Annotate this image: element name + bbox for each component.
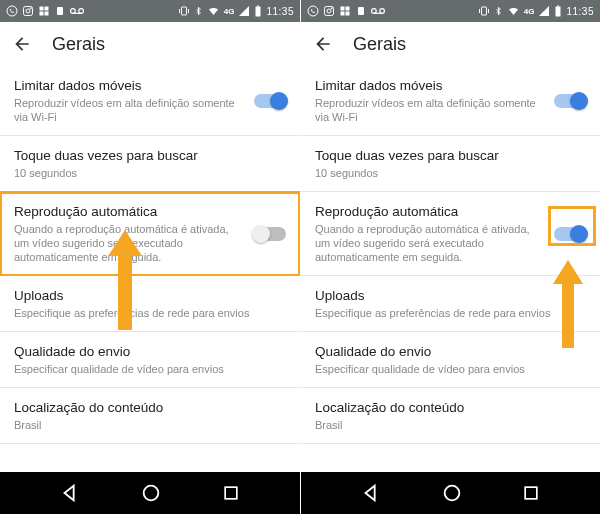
row-desc: 10 segundos — [14, 166, 286, 180]
notification-icon — [54, 5, 66, 17]
row-limit-data[interactable]: Limitar dados móveis Reproduzir vídeos e… — [0, 66, 300, 136]
row-desc: Quando a reprodução automática é ativada… — [14, 222, 246, 265]
svg-rect-19 — [225, 487, 237, 499]
row-location[interactable]: Localização do conteúdo Brasil — [301, 388, 600, 444]
row-title: Localização do conteúdo — [14, 399, 286, 417]
svg-point-10 — [79, 9, 84, 14]
svg-point-20 — [308, 6, 318, 16]
row-autoplay[interactable]: Reprodução automática Quando a reproduçã… — [301, 192, 600, 276]
page-title: Gerais — [353, 34, 406, 55]
phone-left: 4G 11:35 Gerais Limitar dados móveis Rep… — [0, 0, 300, 514]
settings-list: Limitar dados móveis Reproduzir vídeos e… — [0, 66, 300, 472]
nav-back-icon[interactable] — [59, 482, 81, 504]
svg-rect-28 — [358, 7, 364, 15]
whatsapp-icon — [307, 5, 319, 17]
row-desc: Reproduzir vídeos em alta definição some… — [14, 96, 246, 125]
toggle-autoplay[interactable] — [254, 227, 286, 241]
voicemail-icon — [70, 5, 84, 17]
toggle-autoplay[interactable] — [554, 227, 586, 241]
row-title: Limitar dados móveis — [315, 77, 546, 95]
row-double-tap[interactable]: Toque duas vezes para buscar 10 segundos — [0, 136, 300, 192]
apps-icon — [38, 5, 50, 17]
row-desc: Especificar qualidade de vídeo para envi… — [315, 362, 586, 376]
row-uploads[interactable]: Uploads Especifique as preferências de r… — [0, 276, 300, 332]
row-title: Localização do conteúdo — [315, 399, 586, 417]
svg-point-0 — [7, 6, 17, 16]
svg-point-38 — [444, 486, 459, 501]
vibrate-icon — [178, 5, 190, 17]
navigation-bar — [301, 472, 600, 514]
svg-rect-25 — [346, 7, 350, 11]
svg-rect-8 — [57, 7, 63, 15]
svg-rect-35 — [556, 7, 561, 17]
apps-icon — [339, 5, 351, 17]
svg-rect-32 — [481, 7, 486, 15]
row-title: Uploads — [14, 287, 286, 305]
row-title: Reprodução automática — [14, 203, 246, 221]
row-desc: Brasil — [14, 418, 286, 432]
svg-rect-24 — [341, 7, 345, 11]
row-autoplay[interactable]: Reprodução automática Quando a reproduçã… — [0, 192, 300, 276]
row-title: Qualidade do envio — [14, 343, 286, 361]
status-bar: 4G 11:35 — [301, 0, 600, 22]
toolbar: Gerais — [0, 22, 300, 66]
toggle-limit-data[interactable] — [254, 94, 286, 108]
clock: 11:35 — [266, 6, 294, 17]
svg-rect-5 — [45, 7, 49, 11]
svg-rect-6 — [40, 12, 44, 16]
phone-right: 4G 11:35 Gerais Limitar dados móveis Rep… — [300, 0, 600, 514]
nav-recents-icon[interactable] — [221, 483, 241, 503]
bluetooth-icon — [194, 5, 203, 17]
svg-point-9 — [71, 9, 76, 14]
row-desc: Quando a reprodução automática é ativada… — [315, 222, 546, 265]
clock: 11:35 — [566, 6, 594, 17]
svg-point-3 — [30, 8, 31, 9]
row-title: Toque duas vezes para buscar — [14, 147, 286, 165]
svg-point-30 — [380, 9, 385, 14]
instagram-icon — [22, 5, 34, 17]
svg-rect-26 — [341, 12, 345, 16]
bluetooth-icon — [494, 5, 503, 17]
network-label: 4G — [524, 7, 535, 16]
wifi-icon — [507, 5, 520, 17]
svg-point-18 — [144, 486, 159, 501]
vibrate-icon — [478, 5, 490, 17]
svg-point-2 — [26, 9, 30, 13]
row-uploads[interactable]: Uploads Especifique as preferências de r… — [301, 276, 600, 332]
back-arrow-icon[interactable] — [12, 34, 32, 54]
row-title: Qualidade do envio — [315, 343, 586, 361]
notification-icon — [355, 5, 367, 17]
svg-rect-27 — [346, 12, 350, 16]
svg-rect-7 — [45, 12, 49, 16]
row-limit-data[interactable]: Limitar dados móveis Reproduzir vídeos e… — [301, 66, 600, 136]
network-label: 4G — [224, 7, 235, 16]
toggle-limit-data[interactable] — [554, 94, 586, 108]
signal-icon — [238, 5, 250, 17]
navigation-bar — [0, 472, 300, 514]
row-desc: Especificar qualidade de vídeo para envi… — [14, 362, 286, 376]
row-desc: Especifique as preferências de rede para… — [315, 306, 586, 320]
svg-point-23 — [331, 8, 332, 9]
svg-rect-15 — [256, 7, 261, 17]
nav-home-icon[interactable] — [140, 482, 162, 504]
row-location[interactable]: Localização do conteúdo Brasil — [0, 388, 300, 444]
battery-icon — [254, 5, 262, 17]
row-title: Reprodução automática — [315, 203, 546, 221]
nav-recents-icon[interactable] — [521, 483, 541, 503]
row-upload-quality[interactable]: Qualidade do envio Especificar qualidade… — [301, 332, 600, 388]
svg-rect-36 — [557, 6, 559, 7]
instagram-icon — [323, 5, 335, 17]
settings-list: Limitar dados móveis Reproduzir vídeos e… — [301, 66, 600, 472]
nav-home-icon[interactable] — [441, 482, 463, 504]
svg-rect-39 — [525, 487, 537, 499]
battery-icon — [554, 5, 562, 17]
row-title: Toque duas vezes para buscar — [315, 147, 586, 165]
row-title: Limitar dados móveis — [14, 77, 246, 95]
row-double-tap[interactable]: Toque duas vezes para buscar 10 segundos — [301, 136, 600, 192]
row-upload-quality[interactable]: Qualidade do envio Especificar qualidade… — [0, 332, 300, 388]
row-desc: Reproduzir vídeos em alta definição some… — [315, 96, 546, 125]
row-desc: Especifique as preferências de rede para… — [14, 306, 286, 320]
nav-back-icon[interactable] — [360, 482, 382, 504]
status-bar: 4G 11:35 — [0, 0, 300, 22]
back-arrow-icon[interactable] — [313, 34, 333, 54]
